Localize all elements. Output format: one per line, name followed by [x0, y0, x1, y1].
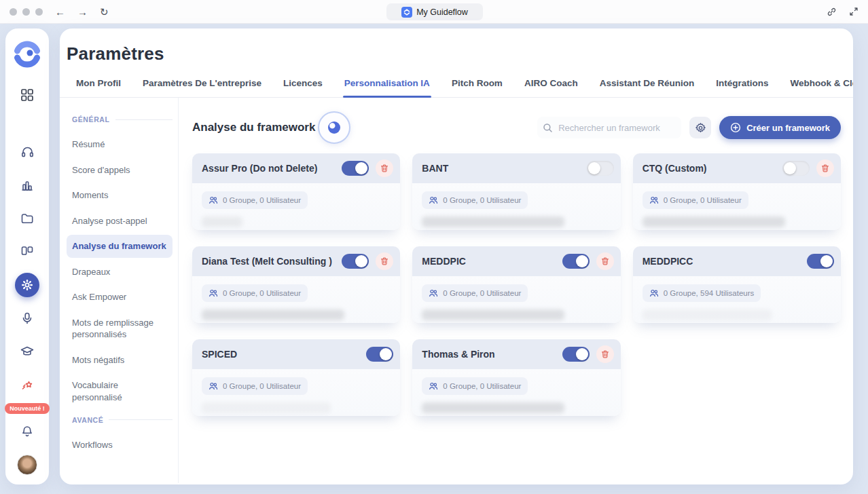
settings-tabs: Mon Profil Paramètres De L'entreprise Li…: [60, 64, 853, 98]
framework-toggle[interactable]: [807, 254, 834, 269]
tab-assistant-reunion[interactable]: Assistant De Réunion: [600, 78, 695, 97]
usage-badge: 0 Groupe, 0 Utilisateur: [422, 284, 528, 302]
subnav-ask-empower[interactable]: Ask Empower: [67, 286, 173, 309]
framework-toggle[interactable]: [342, 161, 369, 176]
academy-icon[interactable]: [15, 339, 39, 364]
tab-personnalisation-ia[interactable]: Personnalisation IA: [344, 78, 430, 97]
subnav-drapeaux[interactable]: Drapeaux: [67, 261, 173, 284]
framework-card: MEDDPICC 0 Groupe, 594 Utilisateurs: [633, 246, 841, 323]
delete-framework-button[interactable]: [376, 159, 393, 177]
folder-icon[interactable]: [15, 206, 39, 231]
guideflow-hotspot[interactable]: [318, 111, 350, 144]
browser-chrome: ← → ↻ My Guideflow: [0, 0, 868, 24]
usage-badge: 0 Groupe, 0 Utilisateur: [202, 377, 308, 395]
framework-name: BANT: [422, 163, 579, 174]
subnav-mots-remplissage[interactable]: Mots de remplissage personnalisés: [67, 311, 173, 346]
subnav-workflows[interactable]: Workflows: [67, 434, 173, 457]
search-input[interactable]: [558, 123, 676, 133]
tab-pitch-room[interactable]: Pitch Room: [452, 78, 503, 97]
redacted-text: [643, 216, 785, 227]
redacted-text: [422, 216, 564, 227]
section-avance: AVANCÉ: [72, 416, 173, 424]
redacted-text: [202, 402, 331, 413]
guideflow-logo-icon: [401, 7, 412, 18]
apps-grid-icon[interactable]: [15, 83, 39, 107]
framework-toggle[interactable]: [342, 254, 369, 269]
redacted-text: [422, 402, 564, 413]
subnav-mots-negatifs[interactable]: Mots négatifs: [67, 349, 173, 372]
subnav-analyse-framework[interactable]: Analyse du framework: [67, 235, 173, 258]
delete-framework-button[interactable]: [596, 345, 614, 363]
tab-licences[interactable]: Licences: [283, 78, 323, 97]
delete-framework-button[interactable]: [816, 159, 834, 177]
calls-headset-icon[interactable]: [15, 140, 39, 164]
framework-cards-grid: Assur Pro (Do not Delete) 0 Groupe, 0 Ut…: [192, 153, 841, 416]
settings-window: Paramètres Mon Profil Paramètres De L'en…: [60, 28, 853, 484]
framework-name: MEDDPIC: [422, 256, 555, 267]
framework-name: Assur Pro (Do not Delete): [202, 163, 335, 174]
framework-card: Assur Pro (Do not Delete) 0 Groupe, 0 Ut…: [192, 153, 400, 230]
app-sidebar: Nouveauté !: [5, 28, 49, 484]
settings-subnav: GÉNÉRAL Résumé Score d'appels Moments An…: [60, 98, 178, 483]
usage-badge: 0 Groupe, 0 Utilisateur: [202, 191, 308, 209]
search-icon: [543, 123, 553, 133]
microphone-icon[interactable]: [15, 306, 39, 330]
user-avatar[interactable]: [17, 455, 37, 475]
empower-logo[interactable]: [14, 41, 41, 68]
framework-content: Analyse du framework: [179, 98, 853, 483]
page-title: Paramètres: [60, 42, 853, 64]
notifications-bell-icon[interactable]: [15, 419, 39, 444]
tab-integrations[interactable]: Intégrations: [716, 78, 768, 97]
subnav-analyse-post-appel[interactable]: Analyse post-appel: [67, 210, 173, 233]
subnav-vocabulaire[interactable]: Vocabulaire personnalisé: [67, 374, 173, 408]
tab-webhook-api[interactable]: Webhook & Clé API: [790, 78, 853, 97]
create-framework-button[interactable]: Créer un framework: [719, 116, 841, 139]
boards-icon[interactable]: [15, 240, 39, 264]
framework-name: MEDDPICC: [643, 256, 800, 267]
tab-mon-profil[interactable]: Mon Profil: [76, 78, 121, 97]
framework-toggle[interactable]: [366, 347, 393, 362]
framework-toggle[interactable]: [562, 254, 590, 269]
usage-badge: 0 Groupe, 0 Utilisateur: [202, 284, 308, 302]
usage-badge: 0 Groupe, 0 Utilisateur: [422, 191, 528, 209]
browser-tab[interactable]: My Guideflow: [386, 3, 483, 20]
share-link-icon[interactable]: [827, 7, 837, 17]
delete-framework-button[interactable]: [596, 252, 614, 270]
framework-search[interactable]: [537, 117, 681, 138]
framework-name: CTQ (Custom): [643, 163, 776, 174]
subnav-resume[interactable]: Résumé: [67, 133, 173, 156]
whats-new-icon[interactable]: [15, 373, 39, 398]
traffic-lights[interactable]: [10, 8, 43, 16]
tab-parametres-entreprise[interactable]: Paramètres De L'entreprise: [143, 78, 261, 97]
framework-settings-button[interactable]: [689, 117, 711, 138]
redacted-text: [202, 309, 344, 320]
framework-toggle[interactable]: [587, 161, 614, 176]
refresh-icon[interactable]: ↻: [100, 7, 109, 17]
plus-circle-icon: [730, 122, 741, 133]
framework-name: Thomas & Piron: [422, 349, 555, 360]
delete-framework-button[interactable]: [376, 252, 393, 270]
fullscreen-icon[interactable]: [849, 7, 858, 16]
analytics-icon[interactable]: [15, 173, 39, 197]
forward-icon[interactable]: →: [77, 7, 88, 17]
usage-badge: 0 Groupe, 594 Utilisateurs: [643, 284, 761, 302]
framework-toggle[interactable]: [782, 161, 810, 176]
framework-card: CTQ (Custom) 0 Groupe, 0 Utilisateur: [633, 153, 841, 230]
back-icon[interactable]: ←: [55, 7, 65, 17]
subnav-score-appels[interactable]: Score d'appels: [67, 159, 173, 182]
framework-card: Thomas & Piron 0 Groupe, 0 Utilisateur: [412, 339, 620, 416]
section-general: GÉNÉRAL: [72, 115, 173, 124]
subnav-moments[interactable]: Moments: [67, 184, 173, 207]
framework-card: MEDDPIC 0 Groupe, 0 Utilisateur: [412, 246, 620, 323]
framework-toggle[interactable]: [562, 347, 590, 362]
framework-card: BANT 0 Groupe, 0 Utilisateur: [412, 153, 620, 230]
hotspot-dot-icon: [328, 121, 340, 134]
new-badge: Nouveauté !: [5, 403, 50, 414]
browser-tab-title: My Guideflow: [416, 7, 468, 17]
content-heading: Analyse du framework: [192, 121, 315, 134]
framework-name: Diana Test (Melt Consulting ): [202, 256, 335, 267]
tab-airo-coach[interactable]: AIRO Coach: [524, 78, 578, 97]
framework-card: Diana Test (Melt Consulting ) 0 Groupe, …: [192, 246, 400, 323]
settings-icon-active[interactable]: [15, 273, 39, 297]
framework-card: SPICED 0 Groupe, 0 Utilisateur: [192, 339, 400, 416]
